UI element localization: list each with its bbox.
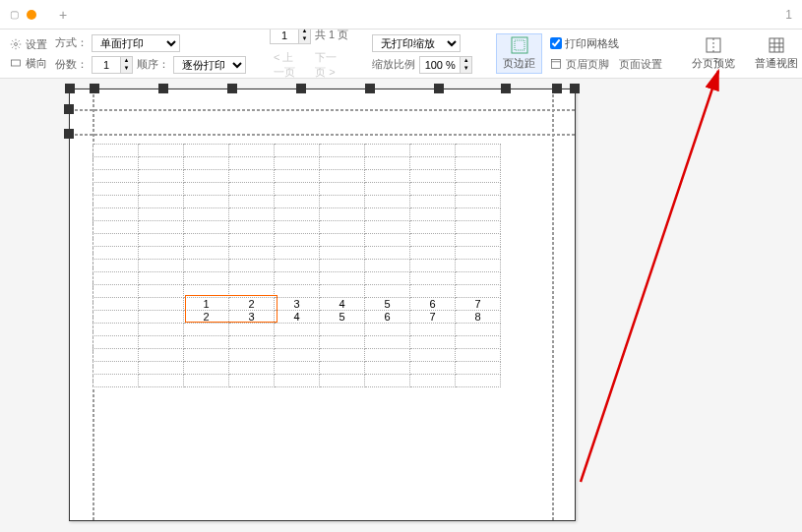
grid-cell bbox=[184, 170, 229, 183]
normal-view-button[interactable]: 普通视图 bbox=[749, 34, 802, 73]
grid-cell bbox=[139, 183, 184, 196]
grid-cell bbox=[229, 221, 275, 234]
copies-input[interactable] bbox=[93, 58, 120, 72]
mode-label: 方式： bbox=[55, 35, 88, 50]
grid-cell: 8 bbox=[456, 311, 501, 324]
normal-view-icon bbox=[768, 36, 785, 54]
page-setup-button[interactable]: 页面设置 bbox=[619, 57, 662, 72]
grid-cell bbox=[93, 208, 139, 221]
ruler-handle-left[interactable] bbox=[64, 104, 74, 114]
gridlines-checkbox[interactable] bbox=[550, 37, 562, 49]
grid-cell bbox=[139, 336, 184, 349]
scale-mode-select[interactable]: 无打印缩放 bbox=[372, 34, 461, 52]
ruler-handle-top[interactable] bbox=[227, 84, 237, 93]
grid-cell bbox=[456, 170, 501, 183]
orientation-label[interactable]: 横向 bbox=[26, 56, 47, 71]
grid-cell bbox=[320, 349, 365, 362]
next-page-button[interactable]: 下一页 > bbox=[311, 48, 348, 82]
ruler-handle-top[interactable] bbox=[65, 84, 75, 93]
mode-select[interactable]: 单面打印 bbox=[92, 34, 180, 52]
grid-cell: 5 bbox=[320, 311, 365, 324]
svg-rect-1 bbox=[12, 60, 21, 66]
scale-input[interactable] bbox=[420, 58, 460, 72]
copies-spinner[interactable]: ▲▼ bbox=[92, 56, 133, 74]
svg-rect-2 bbox=[512, 37, 527, 53]
scale-down[interactable]: ▼ bbox=[460, 65, 471, 73]
grid-cell: 5 bbox=[365, 298, 410, 311]
grid-cell bbox=[93, 285, 139, 298]
grid-cell bbox=[410, 260, 456, 272]
grid-cell bbox=[456, 336, 501, 349]
settings-label[interactable]: 设置 bbox=[26, 37, 47, 52]
grid-cell bbox=[275, 183, 320, 196]
grid-cell bbox=[139, 324, 184, 336]
order-label: 顺序： bbox=[137, 57, 169, 72]
page-input[interactable] bbox=[271, 29, 298, 42]
grid-cell bbox=[365, 362, 410, 375]
scale-spinner[interactable]: ▲▼ bbox=[419, 56, 472, 74]
grid-cell bbox=[320, 285, 365, 298]
grid-cell bbox=[320, 272, 365, 285]
grid-cell bbox=[184, 285, 229, 298]
ruler-handle-top[interactable] bbox=[434, 84, 444, 93]
page-break-preview-button[interactable]: 分页预览 bbox=[686, 34, 741, 73]
grid-cell bbox=[365, 336, 410, 349]
ruler-handle-top[interactable] bbox=[296, 84, 306, 93]
grid-cell bbox=[275, 221, 320, 234]
grid-cell bbox=[320, 260, 365, 272]
scale-up[interactable]: ▲ bbox=[460, 57, 471, 65]
copies-label: 份数： bbox=[55, 57, 88, 72]
grid-cell bbox=[139, 234, 184, 247]
grid-cell bbox=[229, 234, 275, 247]
grid-cell bbox=[365, 285, 410, 298]
grid-cell bbox=[229, 183, 275, 196]
grid-cell bbox=[456, 324, 501, 336]
grid-cell bbox=[139, 247, 184, 260]
grid-cell bbox=[139, 311, 184, 324]
page-down[interactable]: ▼ bbox=[298, 35, 310, 43]
new-tab-button[interactable]: + bbox=[59, 7, 67, 23]
ruler-handle-left[interactable] bbox=[64, 129, 74, 139]
prev-page-button[interactable]: < 上一页 bbox=[270, 48, 307, 82]
grid-cell bbox=[365, 260, 410, 272]
grid-cell bbox=[93, 298, 139, 311]
grid-cell bbox=[229, 285, 275, 298]
grid-cell bbox=[410, 336, 456, 349]
grid-cell bbox=[93, 362, 139, 375]
grid-cell bbox=[93, 196, 139, 208]
svg-rect-6 bbox=[707, 38, 720, 52]
order-select[interactable]: 逐份打印 bbox=[173, 56, 246, 74]
grid-cell bbox=[410, 157, 456, 170]
grid-cell bbox=[93, 349, 139, 362]
grid-cell bbox=[410, 362, 456, 375]
grid-cell bbox=[139, 260, 184, 272]
copies-down[interactable]: ▼ bbox=[120, 65, 132, 73]
page-total: 共 1 页 bbox=[315, 28, 348, 42]
grid-cell bbox=[456, 157, 501, 170]
ruler-handle-top[interactable] bbox=[90, 84, 99, 93]
ruler-handle-top[interactable] bbox=[552, 84, 562, 93]
gridlines-checkbox-row[interactable]: 打印网格线 bbox=[550, 36, 662, 51]
grid-cell bbox=[184, 157, 229, 170]
margins-button[interactable]: 页边距 bbox=[496, 33, 542, 74]
grid-cell bbox=[93, 157, 139, 170]
copies-up[interactable]: ▲ bbox=[120, 57, 132, 65]
grid-cell bbox=[139, 145, 184, 157]
grid-cell bbox=[275, 362, 320, 375]
header-footer-button[interactable]: 页眉页脚 bbox=[566, 57, 609, 72]
grid-cell bbox=[139, 272, 184, 285]
grid-cell bbox=[365, 157, 410, 170]
ruler-handle-top[interactable] bbox=[501, 84, 511, 93]
grid-cell bbox=[275, 208, 320, 221]
ruler-handle-top[interactable] bbox=[365, 84, 375, 93]
grid-cell bbox=[93, 324, 139, 336]
grid-cell: 4 bbox=[320, 298, 365, 311]
grid-cell bbox=[456, 221, 501, 234]
grid-cell bbox=[410, 247, 456, 260]
ruler-handle-top[interactable] bbox=[570, 84, 580, 93]
grid-cell bbox=[184, 145, 229, 157]
ruler-handle-top[interactable] bbox=[158, 84, 168, 93]
grid-cell bbox=[275, 247, 320, 260]
grid-cell bbox=[320, 234, 365, 247]
grid-cell bbox=[456, 272, 501, 285]
